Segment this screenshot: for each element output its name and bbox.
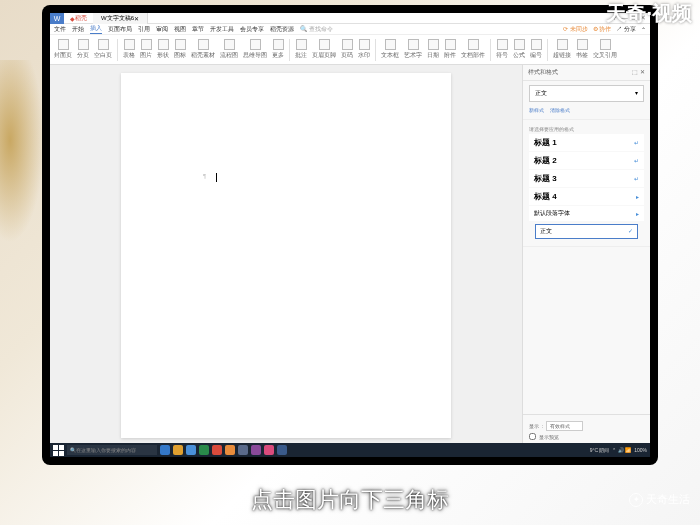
watermark-top: 天奇·视频 [606, 0, 692, 27]
preview-checkbox[interactable] [529, 433, 536, 440]
style-heading4[interactable]: 标题 4▸ [529, 188, 644, 205]
ribbon-shapes[interactable]: 形状 [157, 39, 169, 60]
zoom-level[interactable]: 100% [634, 447, 647, 453]
taskbar-app-icon[interactable] [251, 445, 261, 455]
taskbar-app-icon[interactable] [225, 445, 235, 455]
style-body-input[interactable]: 正文✓ [535, 224, 638, 239]
taskbar-app-icon[interactable] [173, 445, 183, 455]
monitor-frame: W ◆ 稻壳 W 文字文稿6 ✕ ? — □ ✕ 文件 开始 插入 页面布局 引… [42, 5, 658, 465]
ribbon-watermark[interactable]: 水印 [358, 39, 370, 60]
chevron-down-icon: ▾ [635, 89, 638, 98]
ribbon-more[interactable]: 更多 [272, 39, 284, 60]
tab-home[interactable]: ◆ 稻壳 [64, 13, 93, 24]
taskbar-apps [160, 445, 287, 455]
ribbon-crossref[interactable]: 交叉引用 [593, 39, 617, 60]
menu-member[interactable]: 会员专享 [240, 25, 264, 34]
ribbon-wordart[interactable]: 艺术字 [404, 39, 422, 60]
ribbon-comment[interactable]: 批注 [295, 39, 307, 60]
menu-devtools[interactable]: 开发工具 [210, 25, 234, 34]
panel-title: 样式和格式 [528, 68, 558, 77]
wps-logo-icon[interactable]: W [50, 13, 64, 24]
menu-insert[interactable]: 插入 [90, 24, 102, 34]
ribbon-bookmark[interactable]: 书签 [576, 39, 588, 60]
menu-file[interactable]: 文件 [54, 25, 66, 34]
ribbon-assets[interactable]: 稻壳素材 [191, 39, 215, 60]
title-bar: W ◆ 稻壳 W 文字文稿6 ✕ ? — □ ✕ [50, 13, 650, 24]
menu-sections[interactable]: 章节 [192, 25, 204, 34]
windows-taskbar: 🔍 在这里输入你要搜索的内容 9°C 阴间 ⌃ 🔊 📶 100% [50, 443, 650, 457]
ribbon-mindmap[interactable]: 思维导图 [243, 39, 267, 60]
menu-resources[interactable]: 稻壳资源 [270, 25, 294, 34]
ribbon-equation[interactable]: 公式 [513, 39, 525, 60]
ribbon-headerfooter[interactable]: 页眉页脚 [312, 39, 336, 60]
ribbon-hyperlink[interactable]: 超链接 [553, 39, 571, 60]
menu-home[interactable]: 开始 [72, 25, 84, 34]
taskbar-app-icon[interactable] [212, 445, 222, 455]
taskbar-app-icon[interactable] [238, 445, 248, 455]
ribbon-cover[interactable]: 封面页 [54, 39, 72, 60]
menu-view[interactable]: 视图 [174, 25, 186, 34]
show-select[interactable]: 有效样式 [546, 421, 583, 431]
ribbon-textbox[interactable]: 文本框 [381, 39, 399, 60]
panel-hint: 请选择要应用的格式 [529, 124, 644, 134]
video-caption: 点击图片向下三角标 [0, 485, 700, 515]
arrow-icon: ▸ [636, 210, 639, 217]
ribbon-blank[interactable]: 空白页 [94, 39, 112, 60]
ribbon-picture[interactable]: 图片 [140, 39, 152, 60]
check-icon: ↵ [634, 175, 639, 182]
menu-references[interactable]: 引用 [138, 25, 150, 34]
menu-search[interactable]: 🔍 查找命令 [300, 25, 333, 34]
tray-icons[interactable]: ⌃ 🔊 📶 [612, 447, 631, 453]
style-heading3[interactable]: 标题 3↵ [529, 170, 644, 187]
taskbar-search[interactable]: 🔍 在这里输入你要搜索的内容 [67, 445, 157, 455]
styles-panel: 样式和格式 ⬚ ✕ 正文▾ 新样式 清除格式 请选择要应用的格式 标题 1↵ 标… [522, 65, 650, 446]
ribbon-number[interactable]: 编号 [530, 39, 542, 60]
document-area[interactable]: ¶ [50, 65, 522, 446]
sync-status[interactable]: ⟳ 未同步 [563, 25, 588, 34]
taskbar-app-icon[interactable] [160, 445, 170, 455]
style-default-font[interactable]: 默认段落字体▸ [529, 206, 644, 221]
style-heading2[interactable]: 标题 2↵ [529, 152, 644, 169]
panel-close-icon[interactable]: ⬚ ✕ [632, 68, 645, 77]
style-heading1[interactable]: 标题 1↵ [529, 134, 644, 151]
ribbon-date[interactable]: 日期 [427, 39, 439, 60]
new-style-link[interactable]: 新样式 [529, 107, 544, 113]
ribbon-icons[interactable]: 图标 [174, 39, 186, 60]
ribbon-parts[interactable]: 文档部件 [461, 39, 485, 60]
taskbar-app-icon[interactable] [264, 445, 274, 455]
menu-bar: 文件 开始 插入 页面布局 引用 审阅 视图 章节 开发工具 会员专享 稻壳资源… [50, 24, 650, 35]
taskbar-app-icon[interactable] [277, 445, 287, 455]
ribbon-table[interactable]: 表格 [123, 39, 135, 60]
paragraph-mark-icon: ¶ [203, 173, 206, 179]
ribbon-pagenum[interactable]: 页码 [341, 39, 353, 60]
start-button[interactable] [53, 445, 64, 456]
ribbon-attach[interactable]: 附件 [444, 39, 456, 60]
check-icon: ↵ [634, 139, 639, 146]
check-icon: ↵ [634, 157, 639, 164]
weather-widget[interactable]: 9°C 阴间 [590, 447, 610, 453]
ribbon-toolbar: 封面页 分页 空白页 表格 图片 形状 图标 稻壳素材 流程图 思维导图 更多 … [50, 35, 650, 65]
text-cursor [216, 173, 217, 182]
ribbon-flowchart[interactable]: 流程图 [220, 39, 238, 60]
taskbar-app-icon[interactable] [186, 445, 196, 455]
ribbon-pagebreak[interactable]: 分页 [77, 39, 89, 60]
screen: W ◆ 稻壳 W 文字文稿6 ✕ ? — □ ✕ 文件 开始 插入 页面布局 引… [50, 13, 650, 457]
current-style-select[interactable]: 正文▾ [529, 85, 644, 102]
clear-format-link[interactable]: 清除格式 [550, 107, 570, 113]
ribbon-symbol[interactable]: 符号 [496, 39, 508, 60]
menu-review[interactable]: 审阅 [156, 25, 168, 34]
tab-document[interactable]: W 文字文稿6 ✕ [93, 13, 148, 24]
taskbar-app-icon[interactable] [199, 445, 209, 455]
document-page[interactable]: ¶ [121, 73, 451, 438]
panel-footer: 显示: 有效样式 显示预览 [523, 414, 650, 446]
menu-layout[interactable]: 页面布局 [108, 25, 132, 34]
arrow-icon: ▸ [636, 193, 639, 200]
